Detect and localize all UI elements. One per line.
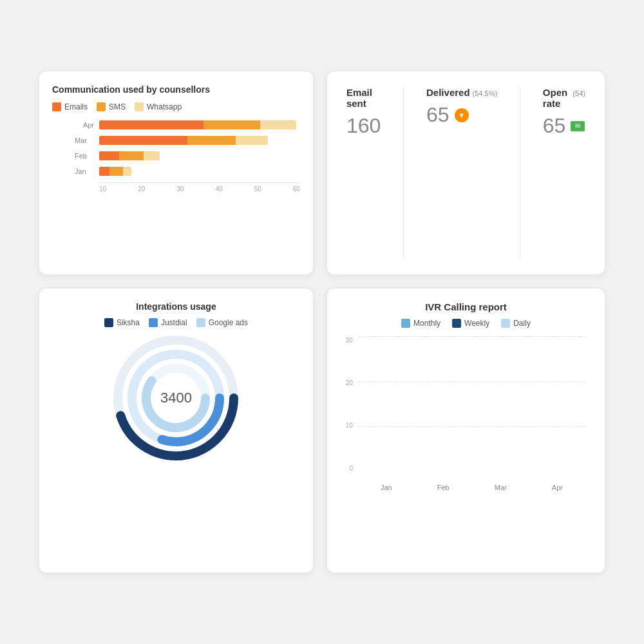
daily-dot — [501, 319, 510, 328]
apr-emails — [99, 120, 204, 129]
legend-weekly: Weekly — [452, 319, 489, 328]
email-card: Email sent 160 Delivered (54.5%) 65 ▼ Op… — [327, 71, 605, 275]
integrations-card: Integrations usage Siksha Justdial Googl… — [39, 288, 314, 574]
bar-feb: Feb — [75, 151, 300, 160]
y-0: 0 — [340, 465, 353, 472]
ivr-plot — [358, 337, 585, 472]
legend-whatsapp: Whatsapp — [135, 102, 182, 111]
legend-googleads: Google ads — [196, 318, 248, 327]
monthly-dot — [401, 319, 410, 328]
x-jan: Jan — [381, 484, 392, 491]
y-10: 10 — [340, 422, 353, 429]
y-30: 30 — [340, 337, 353, 344]
x-axis-line — [99, 182, 300, 183]
legend-daily: Daily — [501, 319, 531, 328]
x-50: 50 — [254, 185, 261, 193]
legend-siksha: Siksha — [104, 318, 140, 327]
label-feb: Feb — [75, 152, 94, 160]
ivr-chart: 0 10 20 30 — [340, 337, 592, 491]
justdial-label: Justdial — [161, 318, 187, 327]
ivr-title: IVR Calling report — [340, 301, 592, 312]
legend-justdial: Justdial — [149, 318, 187, 327]
whatsapp-dot — [135, 102, 144, 111]
emails-label: Emails — [64, 102, 88, 111]
int-legend: Siksha Justdial Google ads — [52, 318, 300, 327]
delivered-number: 65 — [426, 103, 450, 127]
x-mar: Mar — [495, 484, 507, 491]
sms-dot — [97, 102, 106, 111]
delivered-label-row: Delivered (54.5%) — [426, 87, 497, 98]
comm-title: Communication used by counsellors — [52, 84, 300, 95]
open-rate-label-row: Open rate (54) — [543, 87, 585, 109]
emails-dot — [52, 102, 61, 111]
ivr-legend: Monthly Weekly Daily — [340, 319, 592, 328]
ivr-card: IVR Calling report Monthly Weekly Daily … — [327, 288, 605, 574]
label-mar: Mar — [75, 137, 94, 144]
communication-card: Communication used by counsellors Emails… — [39, 71, 314, 275]
email-sent-stat: Email sent 160 — [346, 87, 381, 138]
donut-container: 3400 — [52, 334, 300, 462]
x-30: 30 — [176, 185, 184, 193]
monthly-label: Monthly — [413, 319, 440, 328]
x-labels: 10 20 30 40 50 60 — [99, 185, 300, 193]
googleads-dot — [196, 318, 205, 327]
jan-whatsapp — [123, 167, 131, 176]
label-jan: Jan — [75, 167, 94, 175]
y-20: 20 — [340, 379, 353, 386]
bar-jan: Jan — [75, 167, 300, 176]
googleads-label: Google ads — [209, 318, 248, 327]
dashboard: Communication used by counsellors Emails… — [39, 71, 605, 573]
open-rate-label: Open rate — [543, 87, 571, 109]
mail-icon: ✉ — [571, 121, 585, 131]
ivr-x-labels: Jan Feb Mar Apr — [358, 484, 585, 491]
mar-whatsapp — [236, 136, 268, 145]
mar-sms — [187, 136, 236, 145]
justdial-dot — [149, 318, 158, 327]
whatsapp-label: Whatsapp — [147, 102, 182, 111]
weekly-label: Weekly — [464, 319, 489, 328]
siksha-label: Siksha — [117, 318, 140, 327]
feb-sms — [119, 151, 143, 160]
bar-apr: Apr — [75, 120, 300, 129]
delivered-label: Delivered — [426, 87, 470, 98]
jan-sms — [109, 167, 124, 176]
open-rate-sub: (54) — [573, 90, 585, 97]
x-40: 40 — [215, 185, 222, 193]
x-feb: Feb — [437, 484, 450, 491]
sent-number: 160 — [346, 114, 381, 138]
daily-label: Daily — [513, 319, 531, 328]
weekly-dot — [452, 319, 461, 328]
email-sent-value: 160 — [346, 114, 381, 138]
divider-1 — [403, 87, 404, 259]
legend-emails: Emails — [52, 102, 88, 111]
comm-legend: Emails SMS Whatsapp — [52, 102, 300, 111]
delivered-sub: (54.5%) — [473, 90, 498, 97]
delivered-stat: Delivered (54.5%) 65 ▼ — [426, 87, 497, 127]
x-60: 60 — [293, 185, 300, 193]
down-arrow-icon: ▼ — [455, 108, 469, 122]
donut-center-value: 3400 — [160, 390, 192, 406]
open-rate-number: 65 — [543, 114, 566, 138]
x-20: 20 — [138, 185, 145, 193]
x-apr: Apr — [552, 484, 563, 491]
int-title: Integrations usage — [52, 301, 300, 312]
apr-whatsapp — [260, 120, 296, 129]
legend-monthly: Monthly — [401, 319, 440, 328]
label-apr: Apr — [75, 121, 94, 129]
ivr-y-labels: 0 10 20 30 — [340, 337, 353, 472]
feb-whatsapp — [144, 151, 160, 160]
feb-emails — [99, 151, 119, 160]
open-rate-value: 65 ✉ — [543, 114, 585, 138]
siksha-dot — [104, 318, 113, 327]
x-10: 10 — [99, 185, 106, 193]
apr-sms — [204, 120, 260, 129]
jan-emails — [99, 167, 109, 176]
divider-2 — [520, 87, 520, 259]
delivered-value: 65 ▼ — [426, 103, 497, 127]
mar-emails — [99, 136, 187, 145]
legend-sms: SMS — [97, 102, 126, 111]
bar-mar: Mar — [75, 136, 300, 145]
ivr-bars-area — [358, 337, 585, 472]
open-rate-stat: Open rate (54) 65 ✉ — [543, 87, 585, 138]
sms-label: SMS — [109, 102, 126, 111]
